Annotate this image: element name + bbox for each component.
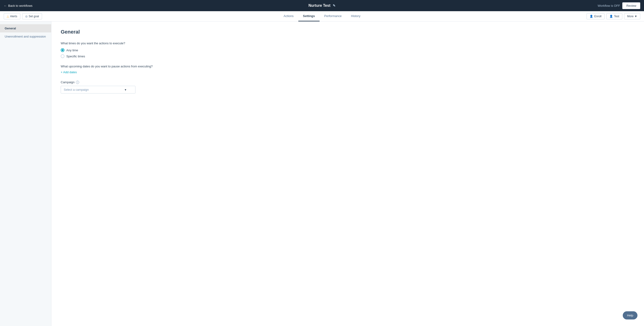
campaign-label-text: Campaign [61, 80, 74, 84]
add-dates-label: + Add dates [61, 70, 77, 74]
tab-actions[interactable]: Actions [279, 11, 298, 21]
review-button[interactable]: Review [622, 2, 640, 9]
radio-option-any-time[interactable]: Any time [61, 48, 635, 52]
center-tabs: Actions Settings Performance History [279, 11, 365, 21]
campaign-select-placeholder: Select a campaign [64, 88, 89, 91]
sidebar-item-unenrollment-label: Unenrollment and suppression [5, 35, 46, 38]
enroll-label: Enroll [594, 15, 602, 18]
test-label: Test [614, 15, 619, 18]
campaign-select-dropdown[interactable]: Select a campaign ▼ [61, 86, 136, 94]
more-label: More [627, 15, 634, 18]
set-goal-label: Set goal [29, 15, 39, 18]
content-area: General What times do you want the actio… [51, 21, 644, 326]
campaign-select-chevron-icon: ▼ [124, 88, 127, 91]
add-dates-link[interactable]: + Add dates [61, 70, 635, 74]
execution-question: What times do you want the actions to ex… [61, 41, 635, 45]
back-to-workflows-link[interactable]: ← Back to workflows [4, 4, 32, 7]
toolbar-right: 👤 Enroll 👤 Test More ▼ [586, 13, 640, 19]
enroll-button[interactable]: 👤 Enroll [586, 13, 604, 19]
back-link-label: Back to workflows [8, 4, 32, 7]
workflow-title-area: Nurture Test ✎ [308, 3, 336, 8]
main-content: General Unenrollment and suppression Gen… [0, 21, 644, 326]
radio-any-time-label: Any time [66, 48, 78, 52]
set-goal-circle-icon: ◎ [25, 15, 28, 18]
pause-question: What upcoming dates do you want to pause… [61, 65, 635, 68]
tab-performance[interactable]: Performance [320, 11, 346, 21]
alert-triangle-icon: △ [7, 15, 9, 18]
campaign-info-icon[interactable]: i [76, 81, 79, 84]
radio-any-time-indicator [61, 48, 64, 52]
tab-settings[interactable]: Settings [298, 11, 320, 21]
set-goal-button[interactable]: ◎ Set goal [22, 13, 42, 19]
toolbar-left: △ Alerts ◎ Set goal [4, 13, 42, 19]
enroll-person-icon: 👤 [590, 15, 593, 18]
workflow-status-text: Workflow is OFF [598, 4, 620, 7]
test-person-icon: 👤 [610, 15, 613, 18]
sidebar: General Unenrollment and suppression [0, 21, 51, 326]
radio-specific-times-indicator [61, 54, 64, 58]
tab-history-label: History [351, 14, 360, 18]
radio-option-specific-times[interactable]: Specific times [61, 54, 635, 58]
tab-actions-label: Actions [284, 14, 294, 18]
help-button[interactable]: Help [623, 311, 638, 320]
tab-settings-label: Settings [303, 14, 315, 18]
nav-right-area: Workflow is OFF Review [598, 2, 640, 9]
test-button[interactable]: 👤 Test [606, 13, 622, 19]
campaign-label-area: Campaign i [61, 80, 635, 84]
workflow-title-text: Nurture Test [308, 3, 330, 8]
tab-history[interactable]: History [346, 11, 365, 21]
edit-title-icon[interactable]: ✎ [333, 4, 336, 7]
execution-time-radio-group: Any time Specific times [61, 48, 635, 58]
more-chevron-icon: ▼ [634, 15, 637, 18]
sidebar-item-unenrollment[interactable]: Unenrollment and suppression [0, 32, 51, 41]
secondary-toolbar: △ Alerts ◎ Set goal Actions Settings Per… [0, 11, 644, 21]
alerts-button[interactable]: △ Alerts [4, 13, 20, 19]
tab-performance-label: Performance [324, 14, 342, 18]
back-arrow-icon: ← [4, 4, 7, 7]
sidebar-item-general-label: General [5, 26, 16, 30]
more-button[interactable]: More ▼ [624, 13, 640, 19]
page-title: General [61, 29, 635, 35]
alerts-label: Alerts [10, 15, 17, 18]
radio-specific-times-label: Specific times [66, 55, 85, 58]
sidebar-item-general[interactable]: General [0, 24, 51, 32]
top-navbar: ← Back to workflows Nurture Test ✎ Workf… [0, 0, 644, 11]
